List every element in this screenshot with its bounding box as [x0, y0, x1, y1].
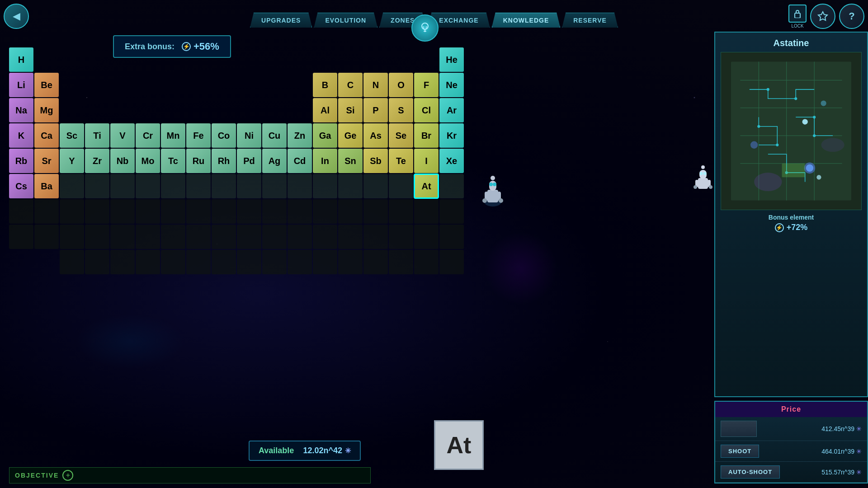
element-sc[interactable]: Sc — [60, 123, 84, 148]
element-tc[interactable]: Tc — [161, 149, 185, 173]
element-locked — [136, 174, 160, 198]
svg-point-14 — [767, 88, 769, 91]
element-si[interactable]: Si — [338, 98, 363, 122]
element-locked — [389, 225, 413, 249]
svg-point-28 — [802, 119, 808, 124]
element-at[interactable]: At — [414, 174, 439, 198]
element-locked — [363, 225, 388, 249]
element-se[interactable]: Se — [389, 123, 413, 148]
element-y[interactable]: Y — [60, 149, 84, 173]
element-as[interactable]: As — [363, 123, 388, 148]
element-sr[interactable]: Sr — [34, 149, 59, 173]
element-h[interactable]: H — [9, 47, 33, 72]
element-mn[interactable]: Mn — [161, 123, 185, 148]
element-locked — [34, 225, 59, 249]
element-ga[interactable]: Ga — [313, 123, 337, 148]
top-right-controls: LOCK ? — [788, 4, 864, 29]
element-c[interactable]: C — [338, 73, 363, 97]
svg-point-24 — [821, 100, 826, 106]
shoot-crystal-icon: ✳ — [856, 448, 862, 455]
element-ar[interactable]: Ar — [439, 98, 464, 122]
element-al[interactable]: Al — [313, 98, 337, 122]
svg-point-19 — [813, 134, 816, 137]
element-sn[interactable]: Sn — [338, 149, 363, 173]
element-cu[interactable]: Cu — [262, 123, 287, 148]
element-locked — [110, 250, 135, 274]
element-rh[interactable]: Rh — [212, 149, 236, 173]
element-locked — [313, 174, 337, 198]
element-locked — [60, 225, 84, 249]
star-button[interactable] — [810, 4, 835, 29]
objective-bar: OBJECTIVE + — [9, 467, 371, 483]
element-ge[interactable]: Ge — [338, 123, 363, 148]
element-rb[interactable]: Rb — [9, 149, 33, 173]
element-locked — [161, 199, 185, 224]
element-ru[interactable]: Ru — [186, 149, 211, 173]
objective-plus-button[interactable]: + — [62, 470, 73, 481]
element-locked — [288, 174, 312, 198]
element-mg[interactable]: Mg — [34, 98, 59, 122]
element-sb[interactable]: Sb — [363, 149, 388, 173]
element-co[interactable]: Co — [212, 123, 236, 148]
element-na[interactable]: Na — [9, 98, 33, 122]
element-ti[interactable]: Ti — [85, 123, 109, 148]
element-v[interactable]: V — [110, 123, 135, 148]
shoot-button[interactable]: SHOOT — [721, 445, 759, 458]
element-he[interactable]: He — [439, 47, 464, 72]
back-button[interactable]: ◀ — [4, 4, 29, 29]
element-ba[interactable]: Ba — [34, 174, 59, 198]
element-zn[interactable]: Zn — [288, 123, 312, 148]
element-mo[interactable]: Mo — [136, 149, 160, 173]
element-be[interactable]: Be — [34, 73, 59, 97]
element-i[interactable]: I — [414, 149, 439, 173]
tab-evolution[interactable]: EVOLUTION — [314, 13, 377, 28]
element-ni[interactable]: Ni — [237, 123, 261, 148]
element-o[interactable]: O — [389, 73, 413, 97]
svg-point-38 — [499, 198, 503, 203]
element-s[interactable]: S — [389, 98, 413, 122]
element-locked — [288, 225, 312, 249]
svg-point-23 — [750, 141, 758, 149]
svg-rect-31 — [487, 190, 498, 202]
element-locked — [85, 250, 109, 274]
element-ne[interactable]: Ne — [439, 73, 464, 97]
tab-upgrades[interactable]: UPGRADES — [250, 13, 312, 28]
help-button[interactable]: ? — [839, 4, 864, 29]
lock-button[interactable]: LOCK — [788, 5, 807, 28]
element-br[interactable]: Br — [414, 123, 439, 148]
element-b[interactable]: B — [313, 73, 337, 97]
element-pd[interactable]: Pd — [237, 149, 261, 173]
element-locked — [262, 199, 287, 224]
auto-shoot-button[interactable]: AUTO-SHOOT — [721, 465, 780, 479]
element-p[interactable]: P — [363, 98, 388, 122]
element-info-card: Astatine — [714, 32, 868, 397]
auto-shoot-crystal-icon: ✳ — [856, 469, 862, 476]
element-cs[interactable]: Cs — [9, 174, 33, 198]
element-fe[interactable]: Fe — [186, 123, 211, 148]
element-zr[interactable]: Zr — [85, 149, 109, 173]
tab-knowledge[interactable]: KNOWLEDGE — [492, 13, 561, 28]
element-ag[interactable]: Ag — [262, 149, 287, 173]
element-locked — [60, 250, 84, 274]
element-kr[interactable]: Kr — [439, 123, 464, 148]
element-nb[interactable]: Nb — [110, 149, 135, 173]
element-cd[interactable]: Cd — [288, 149, 312, 173]
element-k[interactable]: K — [9, 123, 33, 148]
element-te[interactable]: Te — [389, 149, 413, 173]
element-in[interactable]: In — [313, 149, 337, 173]
element-locked — [110, 174, 135, 198]
element-n[interactable]: N — [363, 73, 388, 97]
element-cl[interactable]: Cl — [414, 98, 439, 122]
element-f[interactable]: F — [414, 73, 439, 97]
element-locked — [212, 225, 236, 249]
element-cr[interactable]: Cr — [136, 123, 160, 148]
element-xe[interactable]: Xe — [439, 149, 464, 173]
element-locked — [136, 250, 160, 274]
element-locked — [212, 250, 236, 274]
element-locked — [110, 199, 135, 224]
element-ca[interactable]: Ca — [34, 123, 59, 148]
tab-reserve[interactable]: RESERVE — [562, 13, 618, 28]
element-li[interactable]: Li — [9, 73, 33, 97]
element-locked — [439, 250, 464, 274]
knowledge-icon — [411, 14, 439, 42]
